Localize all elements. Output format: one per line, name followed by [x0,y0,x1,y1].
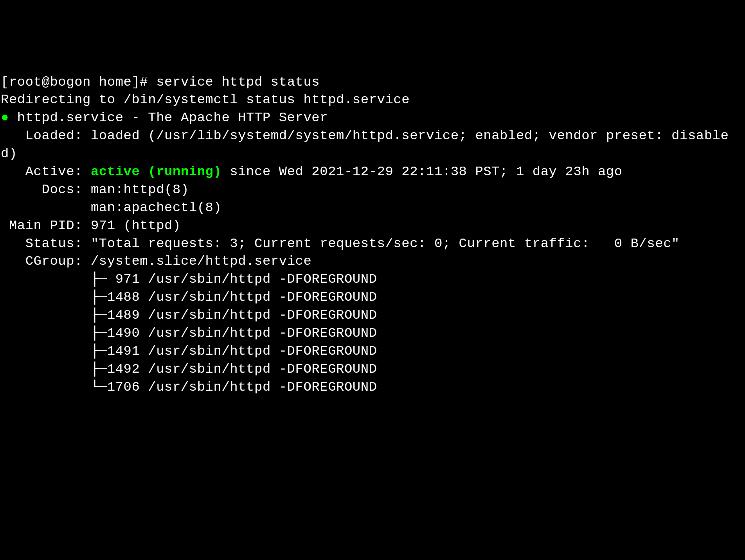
process-line-6: ├─1492 /usr/sbin/httpd -DFOREGROUND [1,362,377,377]
status-dot-icon: ● [1,109,9,127]
process-line-5: ├─1491 /usr/sbin/httpd -DFOREGROUND [1,344,377,359]
active-state: active (running) [91,164,221,179]
docs-line-2: man:apachectl(8) [1,200,221,215]
shell-prompt: [root@bogon home]# [1,75,156,90]
process-line-1: ├─ 971 /usr/sbin/httpd -DFOREGROUND [1,272,377,287]
process-line-4: ├─1490 /usr/sbin/httpd -DFOREGROUND [1,326,377,341]
process-line-2: ├─1488 /usr/sbin/httpd -DFOREGROUND [1,290,377,305]
command-text: service httpd status [156,75,320,90]
main-pid-line: Main PID: 971 (httpd) [1,218,181,233]
cgroup-line: CGroup: /system.slice/httpd.service [1,254,311,269]
loaded-line: Loaded: loaded (/usr/lib/systemd/system/… [1,128,729,161]
terminal-output: [root@bogon home]# service httpd status … [1,74,744,397]
process-line-7: └─1706 /usr/sbin/httpd -DFOREGROUND [1,380,377,395]
service-name-line: httpd.service - The Apache HTTP Server [9,110,328,125]
status-line: Status: "Total requests: 3; Current requ… [1,236,680,251]
docs-line-1: Docs: man:httpd(8) [1,182,189,197]
active-label: Active: [1,164,91,179]
active-since: since Wed 2021-12-29 22:11:38 PST; 1 day… [221,164,622,179]
redirect-line: Redirecting to /bin/systemctl status htt… [1,92,410,107]
process-line-3: ├─1489 /usr/sbin/httpd -DFOREGROUND [1,308,377,323]
